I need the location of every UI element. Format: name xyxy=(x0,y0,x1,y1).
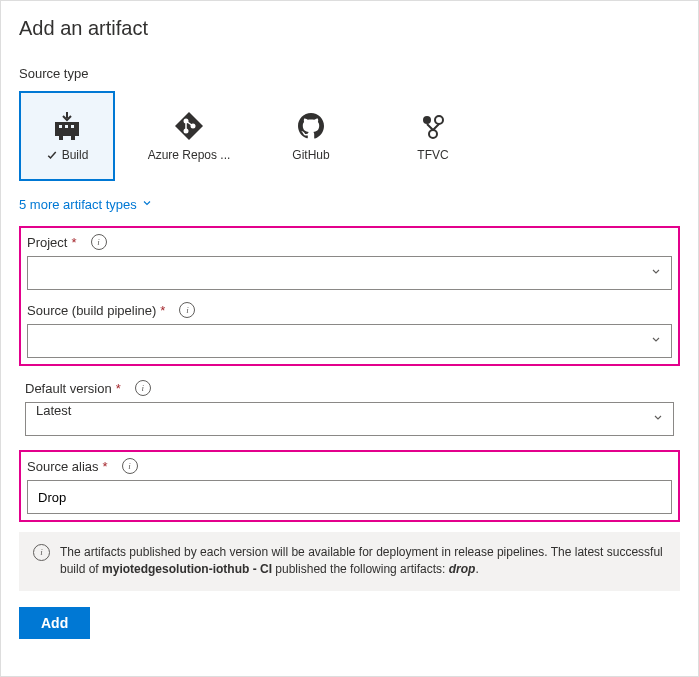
svg-rect-4 xyxy=(65,125,68,128)
svg-point-10 xyxy=(435,116,443,124)
info-icon: i xyxy=(33,544,50,561)
source-type-list: Build Azure Repos ... GitHub TFVC xyxy=(19,91,680,181)
info-icon[interactable]: i xyxy=(122,458,138,474)
project-label: Project xyxy=(27,235,67,250)
more-artifact-types-link[interactable]: 5 more artifact types xyxy=(19,197,153,212)
svg-rect-2 xyxy=(71,136,75,140)
tile-label-text: GitHub xyxy=(292,148,329,162)
group-source-alias: Source alias * i xyxy=(19,450,680,522)
source-tile-tfvc[interactable]: TFVC xyxy=(385,91,481,181)
build-icon xyxy=(51,110,83,142)
default-version-select[interactable]: Latest xyxy=(25,402,674,436)
required-indicator: * xyxy=(116,381,121,396)
source-tile-build[interactable]: Build xyxy=(19,91,115,181)
required-indicator: * xyxy=(103,459,108,474)
source-tile-azure-repos[interactable]: Azure Repos ... xyxy=(141,91,237,181)
check-icon xyxy=(46,149,58,161)
info-text: The artifacts published by each version … xyxy=(60,544,666,579)
info-icon[interactable]: i xyxy=(91,234,107,250)
github-icon xyxy=(295,110,327,142)
source-tile-github[interactable]: GitHub xyxy=(263,91,359,181)
svg-rect-1 xyxy=(59,136,63,140)
git-icon xyxy=(173,110,205,142)
svg-point-9 xyxy=(423,116,431,124)
panel-title: Add an artifact xyxy=(19,17,680,40)
source-alias-input[interactable] xyxy=(27,480,672,514)
source-type-label: Source type xyxy=(19,66,680,81)
source-pipeline-label: Source (build pipeline) xyxy=(27,303,156,318)
chevron-down-icon xyxy=(141,197,153,212)
tile-label-text: TFVC xyxy=(417,148,448,162)
group-project-source: Project * i Source (build pipeline) * i xyxy=(19,226,680,366)
svg-point-11 xyxy=(429,130,437,138)
svg-rect-0 xyxy=(55,122,79,136)
more-link-text: 5 more artifact types xyxy=(19,197,137,212)
project-select[interactable] xyxy=(27,256,672,290)
source-pipeline-select[interactable] xyxy=(27,324,672,358)
required-indicator: * xyxy=(160,303,165,318)
info-icon[interactable]: i xyxy=(135,380,151,396)
svg-rect-3 xyxy=(59,125,62,128)
add-button[interactable]: Add xyxy=(19,607,90,639)
tile-label: Build xyxy=(46,148,89,162)
required-indicator: * xyxy=(71,235,76,250)
svg-rect-5 xyxy=(71,125,74,128)
info-message: i The artifacts published by each versio… xyxy=(19,532,680,591)
tfvc-icon xyxy=(417,110,449,142)
source-alias-label: Source alias xyxy=(27,459,99,474)
group-default-version: Default version * i Latest xyxy=(19,374,680,442)
tile-label-text: Azure Repos ... xyxy=(148,148,231,162)
tile-label-text: Build xyxy=(62,148,89,162)
info-icon[interactable]: i xyxy=(179,302,195,318)
default-version-label: Default version xyxy=(25,381,112,396)
